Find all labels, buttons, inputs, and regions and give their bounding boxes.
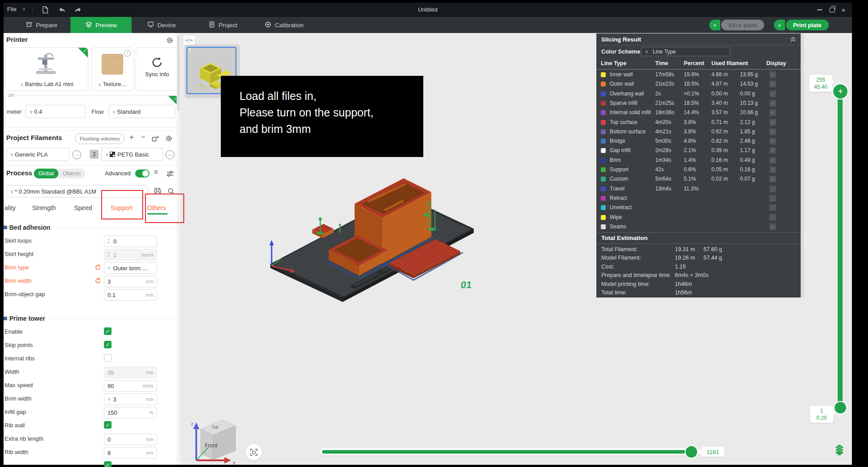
reset-icon[interactable] bbox=[95, 277, 101, 284]
tab-device[interactable]: Device bbox=[139, 17, 184, 33]
spinner-input[interactable]: ∧∨0 bbox=[104, 236, 157, 247]
panel-scroll-strip[interactable] bbox=[801, 33, 804, 298]
printer-name[interactable]: ∨Bambu Lab A1 mini bbox=[6, 81, 88, 87]
group-bullet-icon bbox=[4, 226, 7, 229]
checkbox[interactable]: ✓ bbox=[104, 421, 112, 429]
sync-info-button[interactable]: Sync info bbox=[136, 47, 178, 91]
filament-1-select[interactable]: ∨Generic PLA bbox=[6, 148, 70, 161]
preview-viewport[interactable]: 01 Top Front z x <|> bbox=[180, 33, 852, 465]
screenshot-stage: File ∨ Untitled × PreparePreviewDevicePr… bbox=[0, 0, 868, 467]
printer-settings-gear-icon[interactable] bbox=[166, 37, 174, 44]
close-button[interactable]: × bbox=[838, 5, 849, 14]
print-options-chevron-icon[interactable]: ∨ bbox=[774, 20, 785, 30]
layer-slider-track[interactable] bbox=[838, 97, 843, 405]
filament-1-options-icon[interactable]: … bbox=[72, 150, 81, 159]
setting-row-infill-gap: Infill gap150% bbox=[4, 406, 180, 419]
spinner-input[interactable]: ∧∨1layers bbox=[104, 249, 157, 260]
text-input[interactable]: 8mm bbox=[104, 447, 157, 459]
color-scheme-select[interactable]: ∨Line Type bbox=[641, 47, 730, 56]
parameter-list-icon[interactable]: ≡ bbox=[154, 168, 158, 176]
horizontal-slider-track[interactable] bbox=[320, 448, 700, 455]
display-checkbox[interactable]: ✓ bbox=[769, 166, 776, 173]
filament-2-options-icon[interactable]: … bbox=[165, 150, 174, 159]
title-bar: File ∨ Untitled × bbox=[4, 3, 852, 17]
checkbox[interactable] bbox=[104, 354, 112, 362]
reset-icon[interactable] bbox=[95, 264, 101, 271]
dropdown-select[interactable]: ∨3mm bbox=[104, 393, 157, 405]
layer-slider-handle[interactable] bbox=[835, 402, 846, 413]
printer-card[interactable]: ✓ ∨Bambu Lab A1 mini bbox=[5, 47, 88, 91]
display-checkbox[interactable]: ✓ bbox=[769, 128, 776, 135]
sidebar-scrollbar[interactable] bbox=[177, 33, 180, 465]
display-checkbox[interactable]: ✓ bbox=[769, 109, 776, 116]
display-checkbox[interactable]: ✓ bbox=[769, 91, 776, 97]
text-input[interactable]: 90mm/s bbox=[104, 380, 157, 392]
scope-global-button[interactable]: Global bbox=[34, 169, 58, 178]
setting-row-brim-object-gap: Brim-object gap0.1mm bbox=[4, 288, 180, 302]
advanced-toggle[interactable] bbox=[135, 169, 149, 178]
info-icon[interactable]: i bbox=[124, 50, 131, 57]
display-checkbox[interactable]: ✓ bbox=[769, 138, 776, 145]
text-input[interactable]: 0.1mm bbox=[104, 289, 157, 301]
layers-view-icon[interactable] bbox=[833, 443, 846, 456]
dropdown-select[interactable]: ∨Outer brim … bbox=[104, 262, 157, 274]
horizontal-slider-handle[interactable] bbox=[686, 446, 697, 458]
display-checkbox[interactable] bbox=[769, 204, 776, 211]
add-filament-icon[interactable]: + bbox=[129, 133, 134, 142]
display-checkbox[interactable]: ✓ bbox=[769, 147, 776, 154]
checkbox[interactable]: ✓ bbox=[104, 341, 112, 348]
collapse-sidebar-icon[interactable]: <|> bbox=[183, 35, 195, 45]
line-type-row-bridge: Bridge5m30s4.8%0.82 m2.46 g✓ bbox=[596, 136, 801, 146]
group-header-bed-adhesion: Bed adhesion bbox=[4, 222, 178, 233]
display-checkbox[interactable] bbox=[769, 195, 776, 202]
slice-options-chevron-icon[interactable]: ∨ bbox=[709, 20, 720, 30]
display-checkbox[interactable]: ✓ bbox=[769, 119, 776, 126]
display-checkbox[interactable] bbox=[769, 214, 776, 221]
estimation-title: Total Estimation bbox=[601, 235, 648, 241]
remove-filament-icon[interactable]: − bbox=[141, 133, 145, 142]
tab-calibration[interactable]: Calibration bbox=[257, 17, 311, 33]
scope-objects-button[interactable]: Objects bbox=[58, 169, 86, 178]
tune-icon[interactable] bbox=[166, 170, 174, 178]
display-checkbox[interactable]: ✓ bbox=[769, 81, 776, 87]
estimation-divider bbox=[596, 232, 801, 233]
checkbox[interactable]: ✓ bbox=[104, 327, 112, 335]
text-input[interactable]: 0mm bbox=[104, 434, 157, 445]
nav-cube[interactable]: Top Front z x bbox=[191, 420, 236, 465]
plate-type-name[interactable]: ∨Texture… bbox=[91, 81, 133, 87]
display-checkbox[interactable]: ✓ bbox=[769, 223, 776, 230]
plate-type-card[interactable]: i ∨Texture… bbox=[91, 47, 134, 91]
restore-button[interactable] bbox=[826, 5, 838, 14]
checkbox[interactable]: ✓ bbox=[104, 461, 112, 467]
horizontal-slider-value: 1161 bbox=[701, 447, 724, 457]
setting-row-brim-width: Brim width∨3mm bbox=[4, 393, 180, 406]
setting-row-width: Width35mm bbox=[4, 366, 180, 379]
layer-slider-add-icon[interactable]: + bbox=[833, 84, 847, 99]
nozzle-diameter-select[interactable]: ∨0.4 bbox=[25, 105, 85, 118]
display-checkbox[interactable]: ✓ bbox=[769, 176, 776, 182]
process-tab-strength[interactable]: Strength bbox=[32, 204, 56, 211]
text-input[interactable]: 35mm bbox=[104, 367, 157, 378]
filament-2-select[interactable]: ∨PETG Basic bbox=[101, 148, 163, 161]
focus-model-button[interactable] bbox=[246, 444, 262, 460]
print-plate-button[interactable]: Print plate bbox=[786, 20, 829, 30]
col-display: Display bbox=[766, 60, 786, 66]
flushing-volumes-button[interactable]: Flushing volumes bbox=[75, 133, 124, 144]
filament-settings-gear-icon[interactable] bbox=[165, 135, 173, 142]
swap-filament-icon[interactable] bbox=[152, 135, 159, 142]
display-checkbox[interactable]: ✓ bbox=[769, 157, 776, 164]
process-tab-speed[interactable]: Speed bbox=[74, 204, 92, 211]
display-checkbox[interactable]: ✓ bbox=[769, 71, 776, 78]
text-input[interactable]: 3mm bbox=[104, 276, 157, 287]
display-checkbox[interactable]: ✓ bbox=[769, 100, 776, 107]
text-input[interactable]: 150% bbox=[104, 407, 157, 418]
minimize-button[interactable] bbox=[814, 5, 825, 14]
tab-preview[interactable]: Preview bbox=[70, 17, 132, 33]
flow-select[interactable]: ∨Standard bbox=[108, 105, 175, 118]
tab-prepare[interactable]: Prepare bbox=[12, 17, 70, 33]
display-checkbox[interactable] bbox=[769, 186, 776, 192]
collapse-panel-icon[interactable] bbox=[790, 37, 796, 42]
tab-project[interactable]: Project bbox=[199, 17, 247, 33]
process-tab-ality[interactable]: ality bbox=[4, 204, 16, 211]
slice-plate-button[interactable]: Slice plate bbox=[721, 20, 764, 30]
